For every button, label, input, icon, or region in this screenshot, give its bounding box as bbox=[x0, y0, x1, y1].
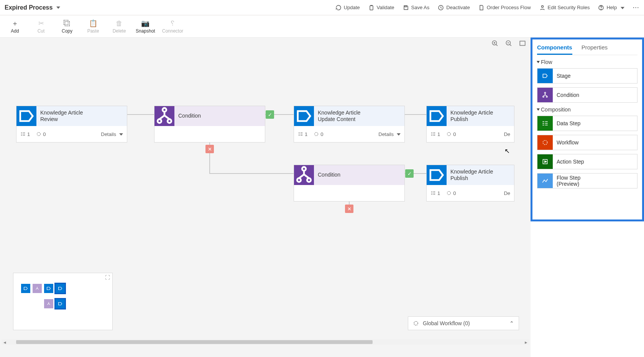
condition-icon bbox=[537, 88, 553, 102]
condition-node-1[interactable]: Condition bbox=[154, 106, 265, 142]
steps-count: 1 bbox=[437, 190, 440, 196]
component-data-step[interactable]: Data Step bbox=[537, 116, 637, 131]
designer-canvas[interactable]: ✓ ✕ ✓ ✕ Knowledge Article Review 1 0 Det… bbox=[0, 38, 531, 357]
horizontal-scrollbar[interactable]: ◂ ▸ bbox=[2, 339, 529, 345]
component-label: Data Step bbox=[553, 120, 580, 126]
validate-label: Validate bbox=[377, 5, 394, 10]
expand-icon[interactable]: ⛶ bbox=[105, 275, 110, 280]
close-icon: ✕ bbox=[205, 145, 214, 153]
zoom-out-button[interactable] bbox=[505, 40, 512, 48]
svg-point-17 bbox=[307, 178, 311, 182]
chevron-down-icon bbox=[395, 131, 401, 137]
details-toggle[interactable]: De bbox=[504, 131, 510, 137]
node-title-line1: Knowledge Article bbox=[318, 110, 404, 116]
stage-node-review[interactable]: Knowledge Article Review 1 0 Details bbox=[16, 106, 127, 142]
tab-properties[interactable]: Properties bbox=[582, 41, 608, 55]
chevron-down-icon bbox=[55, 4, 60, 11]
triangle-icon bbox=[537, 61, 540, 63]
help-button[interactable]: Help bbox=[598, 5, 624, 11]
minimap[interactable]: ⛶ bbox=[13, 273, 113, 330]
process-title[interactable]: Expired Process bbox=[5, 4, 60, 11]
steps-icon bbox=[20, 131, 26, 137]
node-title-line1: Knowledge Article bbox=[40, 110, 127, 116]
connector-button[interactable]: ␦ Connector bbox=[162, 20, 183, 34]
details-toggle[interactable]: Details bbox=[378, 131, 401, 137]
node-title-line2: Review bbox=[40, 116, 127, 123]
stage-node-update[interactable]: Knowledge Article Update Content 1 0 Det… bbox=[294, 106, 405, 142]
component-stage[interactable]: Stage bbox=[537, 68, 637, 84]
stage-icon bbox=[537, 69, 553, 83]
deactivate-label: Deactivate bbox=[446, 5, 470, 10]
camera-icon: 📷 bbox=[141, 20, 150, 27]
scrollbar-thumb[interactable] bbox=[16, 340, 373, 344]
component-action-step[interactable]: Action Step bbox=[537, 154, 637, 169]
paste-icon: 📋 bbox=[89, 20, 97, 27]
component-label: Workflow bbox=[553, 139, 578, 146]
condition-icon bbox=[154, 106, 174, 126]
node-title-line2: Publish bbox=[450, 175, 514, 182]
svg-point-21 bbox=[543, 96, 544, 97]
security-button[interactable]: Edit Security Roles bbox=[539, 5, 590, 11]
global-workflow-label: Global Workflow (0) bbox=[423, 320, 470, 326]
clipboard-icon bbox=[368, 5, 375, 11]
minimap-stage-icon bbox=[21, 284, 30, 293]
order-button[interactable]: Order Process Flow bbox=[478, 5, 531, 11]
steps-count: 1 bbox=[305, 131, 307, 137]
panel-tabs: Components Properties bbox=[537, 41, 637, 55]
fit-button[interactable] bbox=[519, 40, 526, 48]
scroll-right-icon[interactable]: ▸ bbox=[523, 339, 529, 345]
triangle-icon bbox=[537, 108, 540, 111]
svg-point-15 bbox=[302, 167, 306, 171]
saveas-button[interactable]: Save As bbox=[403, 5, 430, 11]
cut-button[interactable]: ✂ Cut bbox=[31, 20, 51, 34]
svg-rect-8 bbox=[520, 41, 525, 45]
copy-button[interactable]: ⿻ Copy bbox=[58, 20, 77, 34]
section-flow[interactable]: Flow bbox=[537, 59, 637, 65]
update-button[interactable]: Update bbox=[335, 5, 360, 11]
snapshot-button[interactable]: 📷 Snapshot bbox=[136, 20, 155, 34]
workflow-icon bbox=[314, 131, 319, 137]
paste-button[interactable]: 📋 Paste bbox=[84, 20, 103, 34]
global-workflow-bar[interactable]: Global Workflow (0) ⌃ bbox=[408, 316, 519, 330]
copy-icon: ⿻ bbox=[64, 20, 71, 27]
zoom-in-button[interactable] bbox=[491, 40, 498, 48]
details-toggle[interactable]: De bbox=[504, 190, 510, 196]
section-label: Composition bbox=[541, 106, 571, 113]
add-label: Add bbox=[11, 28, 19, 34]
node-title-line1: Condition bbox=[318, 172, 404, 178]
deactivate-button[interactable]: Deactivate bbox=[438, 5, 470, 11]
component-condition[interactable]: Condition bbox=[537, 87, 637, 103]
condition-icon bbox=[294, 165, 314, 185]
save-icon bbox=[403, 5, 409, 11]
validate-button[interactable]: Validate bbox=[368, 5, 394, 11]
more-button[interactable]: ··· bbox=[633, 5, 639, 10]
scroll-left-icon[interactable]: ◂ bbox=[2, 339, 8, 345]
node-title-line2: Update Content bbox=[318, 116, 404, 123]
delete-button[interactable]: 🗑 Delete bbox=[110, 20, 129, 34]
add-button[interactable]: ＋ Add bbox=[5, 20, 25, 34]
section-composition[interactable]: Composition bbox=[537, 106, 637, 113]
cut-icon: ✂ bbox=[38, 20, 44, 27]
process-title-text: Expired Process bbox=[5, 4, 53, 11]
condition-node-2[interactable]: Condition bbox=[294, 165, 405, 201]
details-toggle[interactable]: Details bbox=[101, 131, 123, 137]
tab-components[interactable]: Components bbox=[537, 41, 572, 55]
plus-icon: ＋ bbox=[12, 20, 18, 27]
stage-node-publish-1[interactable]: Knowledge Article Publish 1 0 De bbox=[426, 106, 514, 142]
mouse-cursor-icon: ↖ bbox=[504, 147, 510, 155]
trash-icon: 🗑 bbox=[116, 20, 123, 27]
component-flow-step[interactable]: Flow Step (Preview) bbox=[537, 173, 637, 188]
connector-icon: ␦ bbox=[170, 20, 175, 27]
help-icon bbox=[598, 5, 604, 11]
component-workflow[interactable]: Workflow bbox=[537, 135, 637, 150]
workflow-icon bbox=[413, 320, 419, 326]
chevron-up-icon[interactable]: ⌃ bbox=[509, 320, 514, 326]
svg-point-20 bbox=[544, 92, 545, 93]
connector-label: Connector bbox=[162, 28, 183, 34]
minimap-stage-icon bbox=[56, 284, 65, 293]
svg-point-14 bbox=[447, 133, 451, 136]
stage-node-publish-2[interactable]: Knowledge Article Publish 1 0 De bbox=[426, 165, 514, 201]
workflow-icon bbox=[446, 131, 452, 137]
steps-icon bbox=[298, 131, 303, 137]
svg-point-19 bbox=[414, 321, 418, 325]
